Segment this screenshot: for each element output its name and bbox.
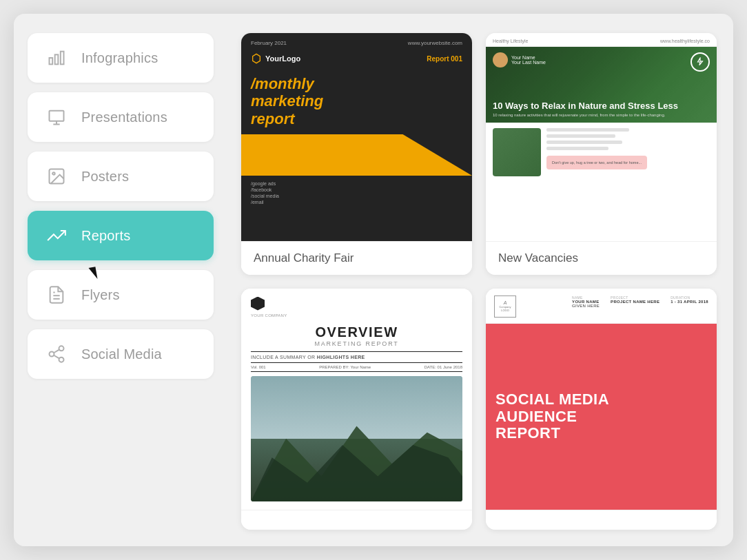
card2-text-col: Don't give up, hug a tree or two, and he… [546, 128, 647, 236]
card2-headline: 10 Ways to Relax in Nature and Stress Le… [493, 101, 710, 112]
svg-rect-0 [50, 58, 53, 64]
template-label-2: New Vacancies [486, 241, 717, 275]
template-card-healthy-lifestyle[interactable]: Healthy Lifestyle www.healthylifestyle.c… [486, 33, 717, 275]
trending-up-icon [44, 223, 69, 248]
sidebar-item-reports[interactable]: Reports [28, 211, 214, 260]
card1-channel: /email [251, 200, 462, 205]
card1-preview: February 2021 www.yourwebsite.com YourLo… [241, 33, 472, 241]
card3-highlight-row: INCLUDE A SUMMARY OR HIGHLIGHTS HERE [251, 355, 462, 360]
template-label-4 [486, 510, 717, 530]
sidebar-item-label: Posters [81, 169, 129, 185]
sidebar-item-flyers[interactable]: Flyers [28, 270, 214, 320]
sidebar-item-posters[interactable]: Posters [28, 152, 214, 201]
card2-img-header: Your Name Your Last Name 10 Ways to Rela… [486, 47, 717, 123]
template-card-monthly-marketing[interactable]: February 2021 www.yourwebsite.com YourLo… [241, 33, 472, 275]
avatar-text: Your Name Your Last Name [511, 55, 546, 65]
card4-preview: A Company LOGO NAME Your Name Given Here [486, 289, 717, 510]
card2-avatar: Your Name Your Last Name [493, 52, 546, 68]
main-content: February 2021 www.yourwebsite.com YourLo… [227, 14, 733, 546]
card4-info-row: NAME Your Name Given Here PROJECT PROJEC… [572, 295, 708, 308]
svg-rect-3 [50, 111, 64, 121]
template-label-1: Annual Charity Fair [241, 241, 472, 275]
card1-website: www.yourwebsite.com [408, 40, 462, 46]
svg-rect-1 [55, 54, 59, 64]
avatar-circle [493, 52, 508, 68]
sidebar-item-infographics[interactable]: Infographics [28, 33, 214, 83]
template-card-overview[interactable]: YOUR COMPANY OVERVIEW MARKETING REPORT I… [241, 289, 472, 530]
card4-logo-inner: A Company LOGO [499, 300, 511, 312]
card4-pink-section: SOCIAL MEDIA AUDIENCE REPORT [486, 324, 717, 510]
card2-preview: Healthy Lifestyle www.healthylifestyle.c… [486, 33, 717, 241]
card3-photo [251, 376, 462, 502]
card1-headline: /monthly marketing report [241, 68, 472, 127]
card3-preview: YOUR COMPANY OVERVIEW MARKETING REPORT I… [241, 289, 472, 510]
svg-line-13 [54, 355, 59, 359]
sidebar-item-presentations[interactable]: Presentations [28, 92, 214, 142]
card1-channels: /google ads /facebook /social media /ema… [241, 176, 472, 210]
presentation-icon [44, 105, 69, 129]
card1-logo-row: YourLogo Report 001 [241, 49, 472, 68]
card1-channel: /social media [251, 194, 462, 198]
svg-line-14 [54, 350, 59, 353]
svg-point-7 [52, 172, 55, 175]
share-icon [44, 342, 69, 366]
card1-channel: /google ads [251, 181, 462, 186]
image-icon [44, 164, 69, 189]
card4-logo-box: A Company LOGO [494, 295, 516, 318]
card1-date: February 2021 [251, 40, 287, 46]
sidebar-item-label: Presentations [81, 110, 167, 125]
bar-chart-icon [44, 45, 69, 70]
card2-pink-box: Don't give up, hug a tree or two, and he… [546, 156, 647, 169]
card1-channel: /facebook [251, 187, 462, 192]
app-container: Infographics Presentations Posters Repor… [14, 14, 733, 546]
sidebar-item-label: Flyers [81, 287, 120, 303]
card2-body: Don't give up, hug a tree or two, and he… [486, 123, 717, 241]
text-line [546, 147, 608, 150]
text-line [546, 141, 622, 144]
card3-meta-row: Vol. 001 PREPARED BY: Your Name DATE: 01… [251, 362, 462, 372]
template-card-social-media[interactable]: A Company LOGO NAME Your Name Given Here [486, 289, 717, 530]
sidebar-item-label: Reports [81, 228, 130, 244]
card1-logo: YourLogo [251, 53, 300, 64]
card1-yellow-shape [241, 134, 472, 176]
sidebar-item-label: Infographics [81, 50, 158, 66]
card3-date: DATE: 01 June 2018 [424, 365, 462, 369]
text-line [546, 128, 629, 132]
svg-rect-2 [61, 52, 64, 65]
card3-vol: Vol. 001 [251, 365, 266, 369]
sidebar: Infographics Presentations Posters Repor… [14, 14, 227, 546]
card3-title: OVERVIEW [251, 324, 462, 340]
card3-divider [251, 351, 462, 352]
card2-subline: 10 relaxing nature activities that will … [493, 113, 710, 117]
card2-topbar: Healthy Lifestyle www.healthylifestyle.c… [486, 33, 717, 47]
card3-company: YOUR COMPANY [251, 313, 287, 318]
sidebar-item-label: Social Media [81, 346, 162, 362]
card3-hexagon [251, 297, 265, 311]
card1-report-num: Report 001 [427, 55, 462, 63]
card2-forest-img [493, 128, 541, 176]
file-text-icon [44, 282, 69, 307]
card3-highlight-text: INCLUDE A SUMMARY OR HIGHLIGHTS HERE [251, 355, 365, 360]
sidebar-item-social-media[interactable]: Social Media [28, 329, 214, 379]
text-line [546, 134, 615, 138]
svg-point-11 [50, 352, 54, 357]
svg-point-10 [59, 346, 64, 351]
card4-headline: SOCIAL MEDIA AUDIENCE REPORT [495, 391, 707, 442]
svg-point-12 [59, 357, 64, 362]
card3-prepared-by: PREPARED BY: Your Name [319, 365, 371, 369]
card2-tree-icon [690, 52, 710, 72]
card3-subtitle: MARKETING REPORT [251, 340, 462, 347]
card1-topbar: February 2021 www.yourwebsite.com [241, 33, 472, 49]
card4-top: A Company LOGO NAME Your Name Given Here [486, 289, 717, 324]
template-label-3 [241, 510, 472, 530]
card2-pink-text: Don't give up, hug a tree or two, and he… [552, 160, 642, 165]
